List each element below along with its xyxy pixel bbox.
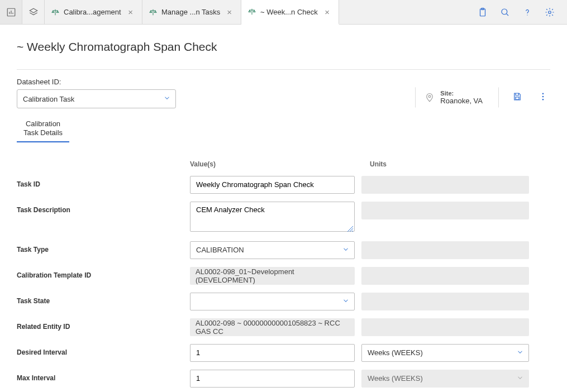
clipboard-icon[interactable] [478,7,488,17]
tab-manage-tasks[interactable]: Manage ...n Tasks × [142,0,241,24]
nav-hierarchy-button[interactable] [22,0,45,24]
svg-point-10 [542,99,544,101]
label-calibration-template: Calibration Template ID [17,267,190,279]
tab-week-check[interactable]: ~ Week...n Check × [241,0,339,25]
gear-icon[interactable] [545,7,555,17]
divider [17,69,550,70]
svg-point-4 [527,15,527,15]
label-task-description: Task Description [17,202,190,214]
balance-icon [51,8,59,16]
tab-calibration-management[interactable]: Calibra...agement × [45,0,142,24]
tab-close-button[interactable]: × [225,6,234,18]
select-task-type-value: CALIBRATION [196,246,244,254]
row-task-id: Task ID [17,176,550,194]
tab-label: Manage ...n Tasks [161,8,220,16]
site-block: Site: Roanoke, VA [415,88,499,107]
site-value: Roanoke, VA [440,97,483,105]
textarea-task-description[interactable] [190,202,355,232]
units-task-state [361,293,529,310]
location-pin-icon [425,93,435,103]
label-related-entity: Related Entity ID [17,318,190,331]
label-max-interval: Max Interval [17,370,190,382]
header-row: Datasheet ID: Calibration Task Site: Roa… [17,78,550,108]
select-desired-interval-units[interactable]: Weeks (WEEKS) [361,344,529,362]
bar-chart-icon [6,7,16,17]
input-task-id[interactable] [190,176,355,194]
row-related-entity: Related Entity ID AL0002-098 ~ 000000000… [17,318,550,336]
row-task-state: Task State [17,293,550,310]
row-calibration-template: Calibration Template ID AL0002-098_01~De… [17,267,550,285]
label-desired-interval: Desired Interval [17,344,190,356]
form-area: Value(s) Units Task ID Task Description … [17,160,550,388]
svg-point-3 [502,9,507,15]
page-content: ~ Weekly Chromatograph Span Check Datash… [0,25,567,388]
chevron-down-icon [342,245,350,255]
tab-label: Calibra...agement [64,8,121,16]
balance-icon [248,8,256,16]
save-button[interactable] [510,89,525,106]
save-icon [512,92,522,102]
select-task-state[interactable] [190,293,355,310]
svg-point-6 [428,95,431,97]
select-task-type[interactable]: CALIBRATION [190,241,355,259]
label-task-state: Task State [17,293,190,305]
readonly-calibration-template: AL0002-098_01~Development (DEVELOPMENT) [190,267,355,285]
site-text: Site: Roanoke, VA [440,90,483,105]
row-max-interval: Max Interval Weeks (WEEKS) [17,370,550,388]
header-right: Site: Roanoke, VA [415,78,550,107]
label-task-type: Task Type [17,241,190,254]
units-task-type [361,241,529,259]
tab-label: ~ Week...n Check [260,8,318,16]
tab-close-button[interactable]: × [126,6,135,18]
datasheet-label: Datasheet ID: [17,78,176,86]
row-task-type: Task Type CALIBRATION [17,241,550,259]
units-task-id [361,176,529,194]
search-icon[interactable] [500,7,510,17]
row-task-description: Task Description [17,202,550,233]
units-related-entity [361,318,529,336]
more-menu-button[interactable] [536,89,550,106]
readonly-related-entity: AL0002-098 ~ 000000000001058823 ~ RCC GA… [190,318,355,336]
input-max-interval[interactable] [190,370,355,388]
subtab-calibration-task-details[interactable]: Calibration Task Details [17,116,69,142]
svg-point-9 [542,96,544,98]
select-max-interval-units: Weeks (WEEKS) [361,370,529,388]
column-header-values: Value(s) [190,160,363,168]
input-desired-interval[interactable] [190,344,355,362]
datasheet-value: Calibration Task [23,95,74,103]
svg-point-8 [542,93,544,94]
tab-strip: Calibra...agement × Manage ...n Tasks × … [45,0,478,24]
datasheet-select[interactable]: Calibration Task [17,89,176,108]
topbar-actions [478,0,567,24]
svg-point-5 [549,11,551,13]
nav-dashboard-button[interactable] [0,0,22,24]
units-calibration-template [361,267,529,285]
select-max-interval-units-value: Weeks (WEEKS) [368,374,423,383]
units-task-description [361,202,529,219]
column-header-units: Units [370,160,387,168]
tab-close-button[interactable]: × [322,6,332,18]
chevron-down-icon [342,297,350,306]
balance-icon [149,8,157,16]
subtab-row: Calibration Task Details [17,116,550,142]
help-icon[interactable] [522,7,532,17]
page-title: ~ Weekly Chromatograph Span Check [17,40,550,54]
label-task-id: Task ID [17,176,190,188]
column-headers: Value(s) Units [17,160,550,168]
layers-icon [28,7,39,17]
kebab-icon [538,92,548,102]
chevron-down-icon [163,94,171,104]
svg-rect-7 [516,97,519,100]
site-label: Site: [440,90,483,97]
datasheet-block: Datasheet ID: Calibration Task [17,78,176,108]
row-desired-interval: Desired Interval Weeks (WEEKS) [17,344,550,362]
select-desired-interval-units-value: Weeks (WEEKS) [368,348,423,357]
chevron-down-icon [516,374,524,383]
top-tab-bar: Calibra...agement × Manage ...n Tasks × … [0,0,567,25]
chevron-down-icon [516,348,524,357]
